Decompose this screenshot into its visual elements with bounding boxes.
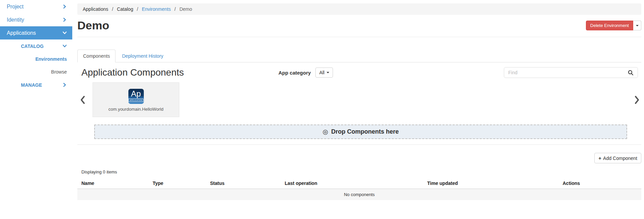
components-toolbar: Application Components App category All <box>77 67 641 78</box>
tab-components[interactable]: Components <box>77 50 115 62</box>
app-category-label: App category <box>279 70 311 76</box>
column-header-status: Status <box>206 178 281 189</box>
page-title: Demo <box>77 19 109 32</box>
components-table: Name Type Status Last operation Time upd… <box>77 178 641 200</box>
chevron-down-icon <box>63 44 67 48</box>
delete-environment-button[interactable]: Delete Environment <box>586 21 633 30</box>
chevron-right-icon <box>63 18 67 22</box>
delete-environment-button-group: Delete Environment <box>586 21 641 30</box>
column-header-last-operation: Last operation <box>281 178 423 189</box>
caret-down-icon <box>327 72 329 73</box>
section-title: Application Components <box>81 67 184 78</box>
breadcrumb-item-environments[interactable]: Environments <box>142 6 171 12</box>
sidebar-item-environments[interactable]: Environments <box>0 53 72 65</box>
breadcrumb-separator: / <box>175 6 176 12</box>
breadcrumb-separator: / <box>112 6 113 12</box>
sidebar-group-manage[interactable]: MANAGE <box>0 78 72 91</box>
empty-table-message: No components <box>77 189 641 200</box>
chevron-right-icon <box>63 83 67 87</box>
sidebar-item-label: Applications <box>7 30 36 36</box>
app-card-helloworld[interactable]: Ap APPLICATION com.yourdomain.HelloWorld <box>93 82 179 117</box>
section-divider <box>77 144 641 145</box>
search-icon <box>628 72 634 77</box>
add-component-label: Add Component <box>603 156 637 161</box>
sidebar-group-label: MANAGE <box>21 82 42 88</box>
app-carousel: Ap APPLICATION com.yourdomain.HelloWorld <box>77 82 641 117</box>
caret-down-icon <box>636 25 639 26</box>
sidebar-item-applications[interactable]: Applications <box>0 26 72 39</box>
carousel-prev-button[interactable] <box>80 95 85 104</box>
application-icon-caption: APPLICATION <box>128 99 143 102</box>
sidebar-item-label: Identity <box>7 17 24 23</box>
app-category-dropdown[interactable]: All <box>315 67 333 78</box>
app-card-title: com.yourdomain.HelloWorld <box>108 107 163 112</box>
drop-components-zone[interactable]: ◎ Drop Components here <box>94 125 627 139</box>
sidebar-group-label: CATALOG <box>21 44 44 49</box>
application-icon: Ap APPLICATION <box>128 89 144 104</box>
column-header-type: Type <box>149 178 206 189</box>
search-button[interactable] <box>626 70 638 76</box>
find-input[interactable] <box>504 70 626 75</box>
sidebar-item-identity[interactable]: Identity <box>0 13 72 26</box>
column-header-actions: Actions <box>559 178 641 189</box>
table-empty-row: No components <box>77 189 641 200</box>
sidebar-item-label: Project <box>7 4 24 10</box>
breadcrumb-separator: / <box>137 6 138 12</box>
breadcrumb-item-applications[interactable]: Applications <box>83 6 108 12</box>
carousel-next-button[interactable] <box>634 95 640 104</box>
sidebar-item-project[interactable]: Project <box>0 0 72 13</box>
column-header-name: Name <box>77 178 149 189</box>
breadcrumb-item-catalog[interactable]: Catalog <box>117 6 133 12</box>
add-component-row: + Add Component <box>77 153 641 163</box>
sidebar-item-browse[interactable]: Browse <box>0 65 72 78</box>
sidebar-group-catalog[interactable]: CATALOG <box>0 39 72 53</box>
dropzone-label: Drop Components here <box>331 128 399 135</box>
target-icon: ◎ <box>323 128 328 136</box>
delete-environment-dropdown-toggle[interactable] <box>633 21 641 30</box>
chevron-down-icon <box>63 31 67 35</box>
page-header: Demo Delete Environment <box>77 19 641 37</box>
find-field <box>504 67 638 78</box>
breadcrumb: Applications / Catalog / Environments / … <box>77 3 641 15</box>
chevron-right-icon <box>63 4 67 9</box>
add-component-button[interactable]: + Add Component <box>594 153 641 163</box>
chevron-right-icon <box>634 100 640 105</box>
app-category-filter: App category All <box>279 67 333 78</box>
tab-deployment-history[interactable]: Deployment History <box>116 50 169 62</box>
application-icon-text: Ap <box>131 89 141 98</box>
chevron-left-icon <box>80 100 85 105</box>
sidebar: Project Identity Applications CATALOG En… <box>0 0 72 91</box>
main-content: Applications / Catalog / Environments / … <box>72 0 644 219</box>
plus-icon: + <box>598 155 601 161</box>
app-category-value: All <box>319 70 325 75</box>
table-header-row: Name Type Status Last operation Time upd… <box>77 178 641 189</box>
table-summary: Displaying 0 items <box>81 169 641 174</box>
column-header-time-updated: Time updated <box>423 178 559 189</box>
breadcrumb-item-current: Demo <box>179 6 192 12</box>
tab-bar: Components Deployment History <box>77 50 641 62</box>
